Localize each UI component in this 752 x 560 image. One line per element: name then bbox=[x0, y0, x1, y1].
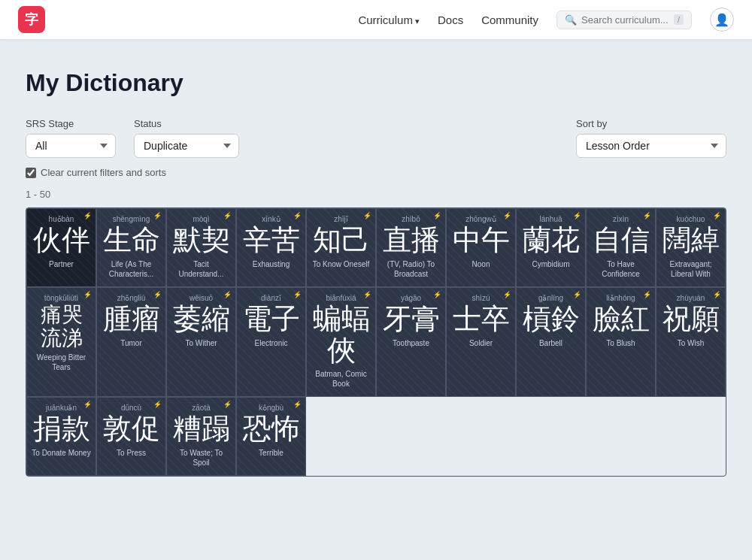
nav-community[interactable]: Community bbox=[481, 14, 538, 26]
lightning-icon: ⚡ bbox=[363, 291, 371, 298]
card-hanzi: 槓鈴 bbox=[523, 304, 580, 335]
dict-card[interactable]: ⚡ kuòchuo 闊綽 Extravagant; Liberal With bbox=[656, 208, 726, 287]
card-pinyin: lánhuā bbox=[539, 215, 562, 223]
dict-card[interactable]: ⚡ zhǒngliú 腫瘤 Tumor bbox=[96, 287, 166, 398]
card-pinyin: zhíbō bbox=[402, 215, 420, 223]
lightning-icon: ⚡ bbox=[153, 291, 162, 298]
nav-curriculum[interactable]: Curriculum bbox=[358, 14, 420, 26]
lightning-icon: ⚡ bbox=[363, 212, 371, 219]
dict-card[interactable]: ⚡ gǎnlíng 槓鈴 Barbell bbox=[516, 287, 586, 398]
lightning-icon: ⚡ bbox=[223, 212, 232, 219]
card-pinyin: shēngmìng bbox=[113, 215, 150, 223]
srs-stage-select[interactable]: All bbox=[26, 134, 116, 158]
card-pinyin: zhījǐ bbox=[334, 215, 348, 223]
dict-card[interactable]: ⚡ kǒngbù 恐怖 Terrible bbox=[236, 397, 306, 476]
lightning-icon: ⚡ bbox=[83, 291, 92, 298]
card-pinyin: biānfúxiá bbox=[326, 294, 356, 302]
card-meaning: To Know Oneself bbox=[313, 259, 370, 269]
clear-checkbox[interactable] bbox=[26, 168, 36, 178]
card-meaning: Tumor bbox=[120, 338, 142, 348]
dict-card[interactable]: ⚡ zhíbō 直播 (TV, Radio) To Broadcast bbox=[376, 208, 446, 287]
srs-stage-label: SRS Stage bbox=[26, 118, 116, 129]
search-input[interactable] bbox=[581, 14, 669, 26]
dict-card[interactable]: ⚡ wěisuō 萎縮 To Wither bbox=[166, 287, 236, 398]
card-pinyin: xīnkǔ bbox=[262, 215, 280, 223]
lightning-icon: ⚡ bbox=[713, 212, 721, 219]
card-pinyin: zhǒngliú bbox=[117, 294, 146, 302]
card-pinyin: yágāo bbox=[401, 294, 421, 302]
card-hanzi: 闊綽 bbox=[663, 225, 720, 256]
lightning-icon: ⚡ bbox=[643, 212, 651, 219]
dict-card[interactable]: ⚡ shìzú 士卒 Soldier bbox=[446, 287, 516, 398]
lightning-icon: ⚡ bbox=[433, 212, 441, 219]
card-hanzi: 生命 bbox=[103, 225, 160, 256]
lightning-icon: ⚡ bbox=[573, 291, 581, 298]
card-hanzi: 蝙蝠俠 bbox=[311, 304, 371, 367]
dict-card[interactable]: ⚡ juānkuǎn 捐款 To Donate Money bbox=[26, 397, 96, 476]
search-bar: 🔍 / bbox=[556, 11, 692, 29]
dict-card[interactable]: ⚡ xīnkǔ 辛苦 Exhausting bbox=[236, 208, 306, 287]
card-hanzi: 捐款 bbox=[33, 413, 90, 445]
lightning-icon: ⚡ bbox=[293, 291, 302, 298]
dict-card[interactable]: ⚡ biānfúxiá 蝙蝠俠 Batman, Comic Book bbox=[306, 287, 376, 398]
lightning-icon: ⚡ bbox=[223, 401, 232, 408]
card-meaning: Electronic bbox=[255, 338, 288, 348]
card-meaning: To Blush bbox=[606, 338, 635, 348]
nav-docs[interactable]: Docs bbox=[438, 14, 463, 26]
card-hanzi: 默契 bbox=[173, 225, 230, 256]
card-pinyin: kuòchuo bbox=[677, 215, 705, 223]
lightning-icon: ⚡ bbox=[83, 212, 92, 219]
dict-card[interactable]: ⚡ lánhuā 蘭花 Cymbidium bbox=[516, 208, 586, 287]
card-pinyin: juānkuǎn bbox=[46, 404, 77, 412]
dict-card[interactable]: ⚡ mòqì 默契 Tacit Understand... bbox=[166, 208, 236, 287]
dict-card[interactable]: ⚡ liǎnhóng 臉紅 To Blush bbox=[586, 287, 656, 398]
status-select[interactable]: Duplicate bbox=[134, 134, 239, 158]
card-pinyin: kǒngbù bbox=[259, 404, 284, 412]
card-pinyin: zāotà bbox=[192, 404, 210, 412]
page-title: My Dictionary bbox=[26, 69, 726, 97]
card-hanzi: 糟蹋 bbox=[173, 413, 230, 445]
card-hanzi: 腫瘤 bbox=[103, 304, 160, 335]
dict-card[interactable]: ⚡ diànzǐ 電子 Electronic bbox=[236, 287, 306, 398]
card-meaning: Batman, Comic Book bbox=[311, 369, 371, 389]
card-meaning: Partner bbox=[49, 259, 74, 269]
card-meaning: Extravagant; Liberal With bbox=[661, 259, 720, 279]
card-meaning: To Wither bbox=[185, 338, 217, 348]
dict-card[interactable]: ⚡ zhījǐ 知己 To Know Oneself bbox=[306, 208, 376, 287]
card-hanzi: 中午 bbox=[453, 225, 510, 256]
dict-card[interactable]: ⚡ shēngmìng 生命 Life (As The Characteris.… bbox=[96, 208, 166, 287]
card-meaning: Toothpaste bbox=[393, 338, 429, 348]
card-pinyin: zìxìn bbox=[613, 215, 629, 223]
card-meaning: Life (As The Characteris... bbox=[102, 259, 161, 279]
srs-filter-group: SRS Stage All bbox=[26, 118, 116, 158]
user-icon[interactable]: 👤 bbox=[710, 8, 734, 32]
card-meaning: To Waste; To Spoil bbox=[171, 448, 231, 468]
status-label: Status bbox=[134, 118, 239, 129]
clear-filters[interactable]: Clear current filters and sorts bbox=[26, 167, 726, 178]
dict-card[interactable]: ⚡ zìxìn 自信 To Have Confidence bbox=[586, 208, 656, 287]
dict-card[interactable]: ⚡ tòngkūliútì 痛哭流涕 Weeping Bitter Tears bbox=[26, 287, 96, 398]
card-hanzi: 知己 bbox=[313, 225, 370, 256]
lightning-icon: ⚡ bbox=[503, 291, 511, 298]
lightning-icon: ⚡ bbox=[223, 291, 232, 298]
card-hanzi: 電子 bbox=[243, 304, 300, 335]
dict-card[interactable]: ⚡ zāotà 糟蹋 To Waste; To Spoil bbox=[166, 397, 236, 476]
dict-card[interactable]: ⚡ huǒbàn 伙伴 Partner bbox=[26, 208, 96, 287]
dict-card[interactable]: ⚡ zhōngwǔ 中午 Noon bbox=[446, 208, 516, 287]
logo[interactable]: 字 bbox=[18, 6, 45, 33]
dict-card[interactable]: ⚡ dūncù 敦促 To Press bbox=[96, 397, 166, 476]
card-meaning: Soldier bbox=[469, 338, 493, 348]
card-meaning: (TV, Radio) To Broadcast bbox=[381, 259, 441, 279]
dict-row-3: ⚡ juānkuǎn 捐款 To Donate Money ⚡ dūncù 敦促… bbox=[26, 397, 726, 476]
lightning-icon: ⚡ bbox=[83, 401, 92, 408]
lightning-icon: ⚡ bbox=[503, 212, 511, 219]
lightning-icon: ⚡ bbox=[293, 212, 302, 219]
card-hanzi: 蘭花 bbox=[523, 225, 580, 256]
card-pinyin: wěisuō bbox=[190, 294, 213, 302]
sort-select[interactable]: Lesson Order bbox=[576, 134, 726, 158]
dict-card[interactable]: ⚡ zhùyuàn 祝願 To Wish bbox=[656, 287, 726, 398]
card-hanzi: 臉紅 bbox=[593, 304, 650, 335]
filters-row: SRS Stage All Status Duplicate Sort by L… bbox=[26, 118, 726, 158]
lightning-icon: ⚡ bbox=[153, 212, 162, 219]
dict-card[interactable]: ⚡ yágāo 牙膏 Toothpaste bbox=[376, 287, 446, 398]
